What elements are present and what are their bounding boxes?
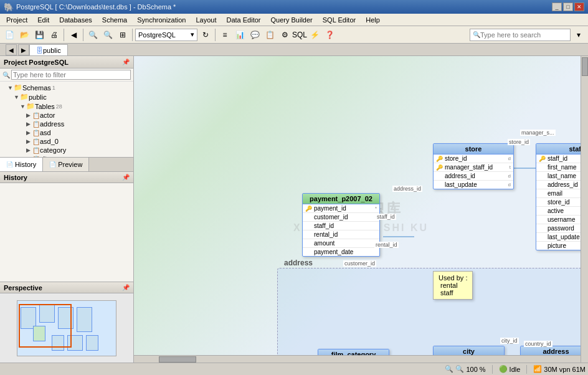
minimize-button[interactable]: _ (552, 2, 562, 11)
tooltip-used-by: Used by : rental staff (433, 271, 473, 300)
expand-asd-icon: ▶ (26, 130, 32, 136)
back-button[interactable]: ◀ (67, 28, 80, 42)
left-panel: Project PostgreSQL 📌 🔍 ▼ 📁 Schemas 1 ▼ 📁… (0, 56, 134, 363)
tree-public[interactable]: ▼ 📁 public (1, 92, 132, 102)
tb-btn-6[interactable]: SQL (293, 28, 306, 42)
tab-nav-right[interactable]: ▶ (18, 44, 29, 55)
search-icon: 🔍 (473, 31, 480, 38)
mini-table-7 (67, 335, 83, 351)
tree-tables[interactable]: ▼ 📁 Tables 28 (1, 102, 132, 111)
maximize-button[interactable]: □ (563, 2, 573, 11)
address-region-label: address (284, 259, 313, 267)
menu-synchronization[interactable]: Synchronization (132, 15, 191, 25)
tree-item-asd[interactable]: ▶ 📋 asd (1, 128, 132, 137)
menu-sql-editor[interactable]: SQL Editor (318, 15, 361, 25)
search-box[interactable]: 🔍 (470, 29, 571, 41)
scrollbar-thumb-bottom[interactable] (159, 356, 196, 363)
history-tab-label: History (15, 161, 36, 168)
zoom-in-button[interactable]: 🔍 (86, 28, 100, 42)
menu-help[interactable]: Help (361, 15, 385, 25)
menu-data-editor[interactable]: Data Editor (221, 15, 265, 25)
db-status: 🟢 Idle (499, 365, 521, 373)
key-icon-2: 🔑 (436, 164, 443, 171)
table-store[interactable]: store 🔑 store_id d 🔑 manager_staff_id t … (433, 143, 514, 189)
col-username: username (539, 216, 575, 223)
scrollbar-bottom[interactable] (134, 355, 581, 363)
col-address-id: address_id (436, 173, 475, 179)
table-icon-actor: 📋 (32, 112, 40, 119)
tb-btn-2[interactable]: 📊 (233, 28, 247, 42)
tab-public[interactable]: 🗄 public (29, 44, 68, 55)
tables-folder-icon: 📁 (26, 102, 35, 110)
pay02-row-1: 🔑 payment_id * (303, 204, 379, 213)
history-pin-icon[interactable]: 📌 (122, 174, 130, 181)
menu-layout[interactable]: Layout (191, 15, 221, 25)
status-sep-1 (492, 365, 493, 374)
zoom-fit-button[interactable]: ⊞ (116, 28, 130, 42)
history-panel-header: History 📌 (0, 172, 133, 183)
print-button[interactable]: 🖨 (47, 28, 61, 42)
tab-nav-left[interactable]: ◀ (6, 44, 17, 55)
store-row-2: 🔑 manager_staff_id t (434, 163, 513, 172)
col-customer-id-02: customer_id (305, 214, 348, 221)
col-last-update-s: last_update (539, 234, 580, 240)
scrollbar-thumb-right[interactable] (582, 57, 588, 76)
menu-query-builder[interactable]: Query Builder (266, 15, 318, 25)
project-title: Project PostgreSQL (4, 59, 69, 66)
asd-label: asd (40, 129, 51, 136)
refresh-button[interactable]: ↻ (199, 28, 212, 42)
expand-public-icon: ▼ (14, 94, 20, 100)
scrollbar-right[interactable] (581, 56, 588, 363)
canvas[interactable]: address 小牛知识库 XIAO NIU ZHI SHI KU store … (134, 56, 588, 363)
zoom-icon2: 🔍 (455, 365, 464, 373)
open-button[interactable]: 📂 (17, 28, 31, 42)
zoom-out-button[interactable]: 🔍 (101, 28, 115, 42)
new-button[interactable]: 📄 (2, 28, 16, 42)
tree-item-address[interactable]: ▶ 📋 address (1, 120, 132, 128)
history-panel: History 📌 (0, 172, 133, 282)
filter-input[interactable] (11, 70, 131, 80)
db-dropdown-value: PostgreSQL (138, 31, 176, 39)
perspective-panel: Perspective 📌 (0, 282, 133, 363)
close-button[interactable]: ✕ (574, 2, 584, 11)
conn-label-customer-id: customer_id (343, 260, 376, 267)
col-staff-id-02: staff_id (305, 222, 334, 229)
menu-databases[interactable]: Databases (54, 15, 97, 25)
tree-item-category[interactable]: ▶ 📋 category (1, 146, 132, 154)
tb-btn-4[interactable]: 📋 (263, 28, 277, 42)
mini-table-4 (58, 307, 74, 329)
store-row-3: address_id d (434, 172, 513, 181)
expand-schemas-icon: ▼ (7, 85, 14, 91)
conn-label-rental-id: rental_id (374, 242, 399, 248)
window-controls: _ □ ✕ (552, 2, 584, 11)
col-store-id: store_id (445, 155, 467, 162)
table-payment-p2007-02[interactable]: payment_p2007_02 🔑 payment_id * customer… (302, 193, 380, 257)
search-dropdown-button[interactable]: ▾ (572, 28, 586, 42)
tb-btn-3[interactable]: 💬 (248, 28, 262, 42)
tree-item-asd0[interactable]: ▶ 📋 asd_0 (1, 137, 132, 146)
tab-history[interactable]: 📄 History (0, 158, 43, 171)
tb-btn-1[interactable]: ≡ (218, 28, 232, 42)
perspective-content (0, 293, 133, 363)
tb-btn-5[interactable]: ⚙ (278, 28, 292, 42)
tab-preview[interactable]: 📄 Preview (43, 158, 89, 171)
perspective-pin-icon[interactable]: 📌 (122, 284, 130, 291)
db-dropdown[interactable]: PostgreSQL ▾ (135, 29, 197, 41)
pin-icon[interactable]: 📌 (122, 59, 130, 65)
tb-btn-7[interactable]: ⚡ (308, 28, 321, 42)
tree-item-actor[interactable]: ▶ 📋 actor (1, 111, 132, 120)
table-icon-category: 📋 (32, 147, 40, 154)
menu-project[interactable]: Project (1, 15, 32, 25)
col-last-update: last_update (436, 181, 477, 188)
db-status-label: Idle (510, 366, 521, 373)
menu-schema[interactable]: Schema (97, 15, 132, 25)
pay02-row-3: staff_id (303, 222, 379, 230)
save-button[interactable]: 💾 (32, 28, 46, 42)
search-input[interactable] (480, 31, 567, 39)
perspective-title: Perspective (4, 284, 42, 292)
help-icon-button[interactable]: ❓ (323, 28, 336, 42)
menu-edit[interactable]: Edit (32, 15, 54, 25)
mini-map[interactable] (17, 300, 116, 356)
status-sep-2 (526, 365, 527, 374)
tree-schemas[interactable]: ▼ 📁 Schemas 1 (1, 83, 132, 92)
